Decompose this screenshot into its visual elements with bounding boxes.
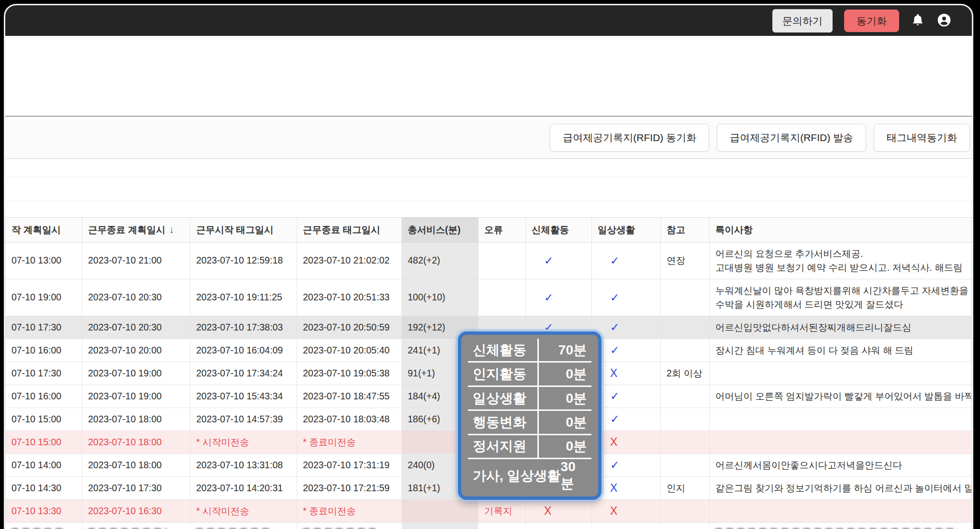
note-cell [661, 316, 710, 339]
tooltip-value: 70분 [539, 339, 591, 361]
tooltip-label: 일상생활 [468, 387, 539, 409]
tooltip-value: 0분 [539, 387, 591, 409]
tag-end-cell: 2023-07-10 20:51:33 [297, 279, 402, 316]
check-icon: ✓ [610, 254, 619, 267]
planned-end-cell: 2023-07-10 18:00 [82, 431, 190, 454]
table-row[interactable]: 07-10 19:002023-07-10 20:302023-07-10 19… [6, 279, 972, 316]
total-cell: 100(+10) [402, 279, 479, 316]
planned-end-cell: 2023-07-10 20:30 [82, 279, 190, 316]
filter-row-empty-2 [5, 177, 972, 201]
redacted-cell [190, 523, 297, 529]
app-window: 문의하기 동기화 급여제공기록지(RFID) 동기화급여제공기록지(RFID) … [4, 4, 973, 529]
check-icon: ✓ [544, 291, 553, 304]
planned-start-cell: 07-10 16:00 [6, 339, 82, 362]
contact-button[interactable]: 문의하기 [772, 9, 833, 33]
column-header[interactable]: 근무시작 태그일시 [190, 218, 297, 242]
column-header[interactable]: 작 계획일시 [6, 218, 82, 242]
tag-start-cell: 2023-07-10 15:43:34 [190, 385, 297, 408]
toolbar-button[interactable]: 급여제공기록지(RFID) 발송 [717, 124, 866, 152]
top-navigation-bar: 문의하기 동기화 [5, 5, 972, 36]
redacted-cell [710, 523, 972, 529]
remarks-cell: 어르신의 요청으로 추가서비스제공. 고대병원 병원 보청기 예약 수리 받으시… [710, 242, 972, 279]
remarks-cell [710, 431, 972, 454]
tag-start-cell: 2023-07-10 14:57:39 [190, 408, 297, 431]
remarks-cell [710, 408, 972, 431]
note-cell [661, 279, 710, 316]
rfid-toolbar: 급여제공기록지(RFID) 동기화급여제공기록지(RFID) 발송태그내역동기화 [5, 117, 972, 159]
column-header[interactable]: 총서비스(분) [402, 218, 479, 242]
error-cell [479, 242, 526, 279]
daily-life-cell: ✓ [592, 385, 661, 408]
check-icon: ✓ [610, 413, 619, 425]
planned-end-cell: 2023-07-10 21:00 [82, 242, 190, 279]
tooltip-label: 인지활동 [468, 363, 539, 385]
tooltip-row: 행동변화0분 [468, 409, 591, 433]
remarks-cell: 어르신께서몸이안좋으시다고저녁을안드신다 [710, 454, 972, 477]
tooltip-row: 신체활동70분 [468, 339, 591, 361]
planned-start-cell: 07-10 13:30 [6, 500, 82, 523]
tooltip-label: 행동변화 [468, 411, 539, 433]
x-icon: X [610, 367, 617, 379]
profile-button[interactable] [936, 12, 952, 29]
planned-end-cell: 2023-07-10 20:30 [82, 316, 190, 339]
sync-button[interactable]: 동기화 [844, 10, 899, 32]
error-cell: 기록지 [479, 500, 526, 523]
x-icon: X [610, 482, 617, 494]
sort-desc-icon[interactable]: ↓ [169, 224, 174, 235]
tag-end-cell: 2023-07-10 18:03:48 [297, 408, 402, 431]
tag-end-cell: * 종료미전송 [297, 431, 402, 454]
tooltip-label: 가사, 일상생활 [468, 459, 561, 493]
tooltip-value: 0분 [539, 411, 591, 433]
x-icon: X [610, 505, 617, 517]
redacted-cell [402, 523, 479, 529]
x-icon: X [544, 505, 551, 517]
planned-start-cell: 07-10 15:00 [6, 408, 82, 431]
planned-start-cell: 07-10 14:00 [6, 454, 82, 477]
check-icon: ✓ [544, 254, 553, 267]
tooltip-label: 정서지원 [468, 435, 539, 458]
column-header[interactable]: 일상생활 [592, 218, 661, 242]
toolbar-buttons: 급여제공기록지(RFID) 동기화급여제공기록지(RFID) 발송태그내역동기화 [550, 124, 970, 152]
table-row-truncated[interactable] [6, 523, 972, 529]
page-header-area [5, 36, 972, 117]
tag-start-cell: * 시작미전송 [190, 500, 297, 523]
note-cell [661, 339, 710, 362]
remarks-cell: 장시간 침대 누워계셔 등이 다 젖음 샤워 해 드림 [710, 339, 972, 362]
daily-life-cell: ✓ [592, 279, 661, 316]
table-row[interactable]: 07-10 13:302023-07-10 16:30* 시작미전송* 종료미전… [6, 500, 972, 523]
toolbar-button[interactable]: 태그내역동기화 [874, 124, 970, 152]
column-header[interactable]: 근무종료 태그일시 [297, 218, 402, 242]
tooltip-row: 정서지원0분 [468, 434, 591, 458]
remarks-cell [710, 362, 972, 385]
check-icon: ✓ [610, 390, 619, 402]
planned-end-cell: 2023-07-10 16:30 [82, 500, 190, 523]
planned-end-cell: 2023-07-10 20:00 [82, 339, 190, 362]
service-minutes-tooltip: 신체활동70분인지활동0분일상생활0분행동변화0분정서지원0분가사, 일상생활3… [458, 331, 601, 500]
planned-start-cell: 07-10 15:00 [6, 431, 82, 454]
tag-end-cell: 2023-07-10 17:31:19 [297, 454, 402, 477]
column-header[interactable]: 신체활동 [526, 218, 592, 242]
total-cell: 482(+2) [402, 242, 479, 279]
check-icon: ✓ [610, 459, 619, 471]
notification-bell-button[interactable] [911, 13, 925, 29]
column-header[interactable]: 참고 [661, 218, 710, 242]
daily-life-cell: X [592, 431, 661, 454]
tag-end-cell: 2023-07-10 20:50:59 [297, 316, 402, 339]
column-header[interactable]: 오류 [479, 218, 526, 242]
redacted-cell [526, 523, 592, 529]
bell-icon [911, 13, 925, 29]
planned-start-cell: 07-10 13:00 [6, 242, 82, 279]
toolbar-button[interactable]: 급여제공기록지(RFID) 동기화 [550, 124, 709, 152]
table-row[interactable]: 07-10 13:002023-07-10 21:002023-07-10 12… [6, 242, 972, 279]
column-header[interactable]: 특이사항 [710, 218, 972, 242]
tag-end-cell: 2023-07-10 18:47:55 [297, 385, 402, 408]
remarks-cell: 어르신입맛없다하셔서된장찌개해드리니잘드심 [710, 316, 972, 339]
tooltip-label: 신체활동 [468, 339, 539, 361]
remarks-cell: 누워계신날이 많아 욕창방지를위해 시간차를두고 자세변환을 시켜 수박을 시원… [710, 279, 972, 316]
daily-life-cell: ✓ [592, 242, 661, 279]
tag-end-cell: 2023-07-10 19:05:38 [297, 362, 402, 385]
total-cell [402, 500, 479, 523]
x-icon: X [610, 436, 617, 448]
column-header[interactable]: 근무종료 계획일시↓ [82, 218, 190, 242]
check-icon: ✓ [610, 321, 619, 333]
